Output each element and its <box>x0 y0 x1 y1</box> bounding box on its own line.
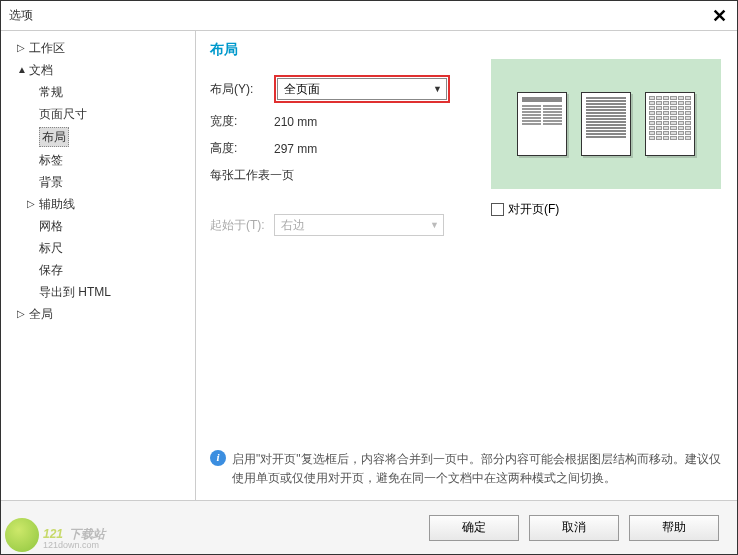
sidebar-tree: ▷工作区 ▲文档 常规 页面尺寸 布局 标签 背景 ▷辅助线 网格 标尺 保存 … <box>1 31 196 500</box>
tree-item-exporthtml[interactable]: 导出到 HTML <box>1 281 195 303</box>
titlebar: 选项 ✕ <box>1 1 737 31</box>
tree-item-label[interactable]: 标签 <box>1 149 195 171</box>
chevron-right-icon: ▷ <box>17 39 27 57</box>
section-title: 布局 <box>210 41 721 59</box>
tree-item-background[interactable]: 背景 <box>1 171 195 193</box>
main-area: ▷工作区 ▲文档 常规 页面尺寸 布局 标签 背景 ▷辅助线 网格 标尺 保存 … <box>1 31 737 500</box>
startat-label: 起始于(T): <box>210 217 274 234</box>
preview-page-columns-icon <box>517 92 567 156</box>
tree-item-pagesize[interactable]: 页面尺寸 <box>1 103 195 125</box>
info-text: 启用"对开页"复选框后，内容将合并到一页中。部分内容可能会根据图层结构而移动。建… <box>232 450 721 488</box>
watermark-logo-icon <box>5 518 39 552</box>
chevron-right-icon: ▷ <box>17 305 27 323</box>
chevron-down-icon: ▲ <box>17 61 27 79</box>
highlight-box: 全页面 ▼ <box>274 75 450 103</box>
layout-dropdown[interactable]: 全页面 ▼ <box>277 78 447 100</box>
ok-button[interactable]: 确定 <box>429 515 519 541</box>
layout-label: 布局(Y): <box>210 81 274 98</box>
preview-page-text-icon <box>581 92 631 156</box>
startat-value: 右边 <box>281 217 305 234</box>
chevron-down-icon: ▼ <box>433 84 442 94</box>
info-icon: i <box>210 450 226 466</box>
tree-item-workspace[interactable]: ▷工作区 <box>1 37 195 59</box>
watermark: 121 下载站 121down.com <box>5 518 105 552</box>
tree-item-document[interactable]: ▲文档 <box>1 59 195 81</box>
preview-page-grid-icon <box>645 92 695 156</box>
layout-value: 全页面 <box>284 81 320 98</box>
chevron-down-icon: ▼ <box>430 220 439 230</box>
facing-pages-label: 对开页(F) <box>508 201 559 218</box>
tree-item-save[interactable]: 保存 <box>1 259 195 281</box>
content-panel: 布局 布局(Y): 全页面 ▼ 宽度: 210 mm 高度: 297 mm 每张… <box>196 31 737 500</box>
info-area: i 启用"对开页"复选框后，内容将合并到一页中。部分内容可能会根据图层结构而移动… <box>210 450 721 488</box>
footer: 121 下载站 121down.com 确定 取消 帮助 <box>1 500 737 554</box>
tree-item-general[interactable]: 常规 <box>1 81 195 103</box>
height-value: 297 mm <box>274 142 317 156</box>
width-label: 宽度: <box>210 113 274 130</box>
close-icon[interactable]: ✕ <box>709 5 729 27</box>
window-title: 选项 <box>9 7 33 24</box>
height-label: 高度: <box>210 140 274 157</box>
startat-dropdown: 右边 ▼ <box>274 214 444 236</box>
facing-pages-row: 对开页(F) <box>491 201 721 218</box>
chevron-right-icon: ▷ <box>27 195 37 213</box>
width-value: 210 mm <box>274 115 317 129</box>
facing-pages-checkbox[interactable] <box>491 203 504 216</box>
tree-item-ruler[interactable]: 标尺 <box>1 237 195 259</box>
tree-item-layout[interactable]: 布局 <box>1 125 195 149</box>
tree-item-guidelines[interactable]: ▷辅助线 <box>1 193 195 215</box>
cancel-button[interactable]: 取消 <box>529 515 619 541</box>
layout-preview <box>491 59 721 189</box>
help-button[interactable]: 帮助 <box>629 515 719 541</box>
tree-item-grid[interactable]: 网格 <box>1 215 195 237</box>
tree-item-global[interactable]: ▷全局 <box>1 303 195 325</box>
perpage-label: 每张工作表一页 <box>210 167 294 184</box>
